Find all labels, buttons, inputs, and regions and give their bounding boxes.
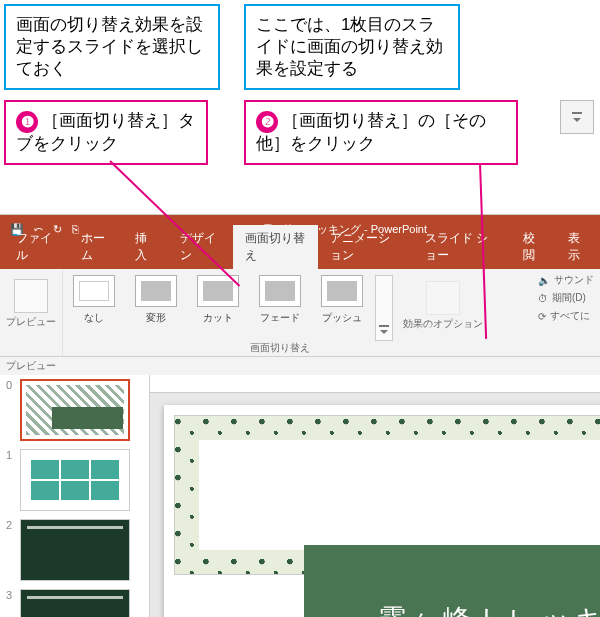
current-slide[interactable]: 霧ヶ峰トレッキ (164, 405, 600, 617)
transition-cut[interactable]: カット (189, 275, 247, 325)
preview-label: プレビュー (6, 315, 56, 329)
tab-view[interactable]: 表示 (556, 225, 600, 269)
horizontal-ruler (150, 375, 600, 393)
thumbnail-3-num: 3 (6, 589, 16, 601)
slide-thumbnails: 0 1 2 3 (0, 375, 150, 617)
svg-rect-1 (379, 325, 389, 327)
workspace: 0 1 2 3 霧ヶ峰トレッキ (0, 375, 600, 617)
ribbon: プレビュー なし 変形 カット フェード プッシュ 効果のオプション 画面切り替… (0, 269, 600, 357)
more-icon (570, 110, 584, 124)
thumbnail-2-num: 2 (6, 519, 16, 531)
effect-options-label: 効果のオプション (403, 317, 483, 331)
thumbnail-0-row[interactable]: 0 (0, 375, 149, 445)
preview-button[interactable] (14, 279, 48, 313)
thumbnail-0-num: 0 (6, 379, 16, 391)
callout-step1: ❶［画面切り替え］タブをクリック (4, 100, 208, 165)
step2-text: ［画面切り替え］の［その他］をクリック (256, 111, 486, 153)
callout-first-slide: ここでは、1枚目のスライドに画面の切り替え効果を設定する (244, 4, 460, 90)
transition-gallery-more[interactable] (375, 275, 393, 341)
thumbnail-2[interactable] (20, 519, 130, 581)
chevron-down-icon (378, 324, 390, 336)
slide-canvas[interactable]: 霧ヶ峰トレッキ (150, 375, 600, 617)
thumbnail-1[interactable] (20, 449, 130, 511)
tab-transitions[interactable]: 画面切り替え (233, 225, 318, 269)
tab-review[interactable]: 校閲 (511, 225, 555, 269)
step1-text: ［画面切り替え］タブをクリック (16, 111, 195, 153)
thumbnail-0[interactable] (20, 379, 130, 441)
transition-push[interactable]: プッシュ (313, 275, 371, 325)
step2-badge: ❷ (256, 111, 278, 133)
tab-slideshow[interactable]: スライド ショー (413, 225, 511, 269)
effect-options-group: 効果のオプション (397, 275, 489, 335)
more-button-sample (560, 100, 594, 134)
ribbon-preview-group: プレビュー (0, 269, 63, 356)
opt-applyall[interactable]: ⟳ すべてに (538, 309, 594, 323)
effect-options-button[interactable] (426, 281, 460, 315)
tab-home[interactable]: ホーム (69, 225, 124, 269)
transition-fade[interactable]: フェード (251, 275, 309, 325)
thumbnail-1-num: 1 (6, 449, 16, 461)
tab-animations[interactable]: アニメーション (318, 225, 413, 269)
transition-morph[interactable]: 変形 (127, 275, 185, 325)
svg-rect-0 (572, 112, 582, 114)
tab-file[interactable]: ファイル (4, 225, 69, 269)
panel-label: プレビュー (0, 357, 600, 375)
powerpoint-window: 💾 ⤺ ↻ ⎘ 霧ヶ峰トレッキング - PowerPoint ファイル ホーム … (0, 214, 600, 617)
ribbon-tabs: ファイル ホーム 挿入 デザイン 画面切り替え アニメーション スライド ショー… (0, 243, 600, 269)
tab-insert[interactable]: 挿入 (123, 225, 167, 269)
thumbnail-3-row[interactable]: 3 (0, 585, 149, 617)
ribbon-timing-group: 🔈 サウンド ⏱ 期間(D) ⟳ すべてに (532, 269, 600, 356)
callout-step2: ❷［画面切り替え］の［その他］をクリック (244, 100, 518, 165)
transition-none[interactable]: なし (65, 275, 123, 325)
opt-sound[interactable]: 🔈 サウンド (538, 273, 594, 287)
thumbnail-1-row[interactable]: 1 (0, 445, 149, 515)
opt-duration[interactable]: ⏱ 期間(D) (538, 291, 594, 305)
step1-badge: ❶ (16, 111, 38, 133)
callout-select-slide: 画面の切り替え効果を設定するスライドを選択しておく (4, 4, 220, 90)
thumbnail-2-row[interactable]: 2 (0, 515, 149, 585)
slide-title-box[interactable]: 霧ヶ峰トレッキ (304, 545, 600, 617)
thumbnail-3[interactable] (20, 589, 130, 617)
transition-gallery: なし 変形 カット フェード プッシュ 効果のオプション (63, 269, 532, 347)
ribbon-section-label: 画面切り替え (250, 341, 310, 355)
